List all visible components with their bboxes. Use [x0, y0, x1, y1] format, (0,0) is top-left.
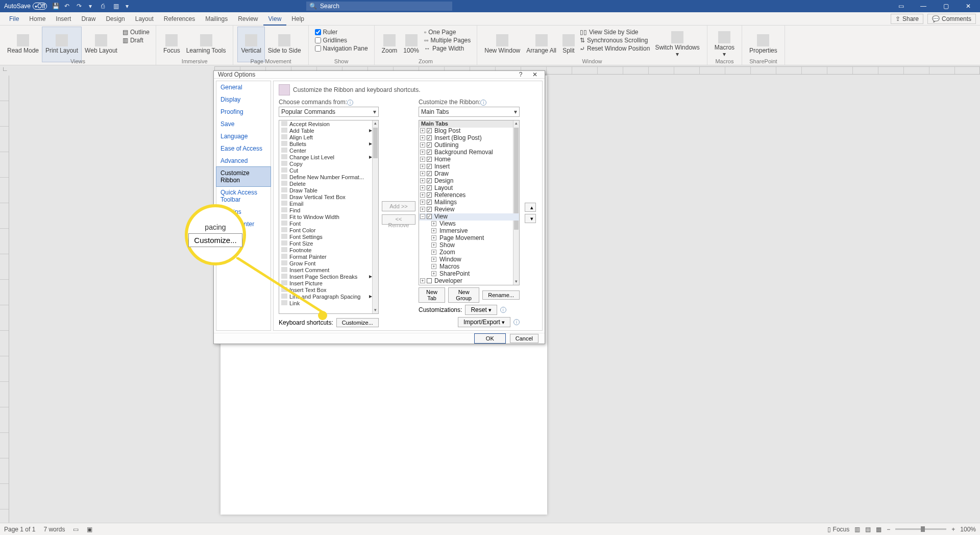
ok-button[interactable]: OK	[474, 333, 506, 344]
category-customize-ribbon[interactable]: Customize Ribbon	[216, 166, 271, 187]
callout-customize-button[interactable]: Customize...	[188, 233, 242, 247]
tab-references[interactable]: References	[159, 12, 200, 26]
category-ease-of-access[interactable]: Ease of Access	[216, 142, 271, 155]
tree-node[interactable]: +✓Outlining	[419, 142, 519, 149]
info-icon[interactable]: i	[513, 319, 520, 325]
tree-subnode[interactable]: +Window	[419, 256, 519, 263]
tab-mailings[interactable]: Mailings	[200, 12, 233, 26]
vertical-button[interactable]: Vertical	[237, 27, 264, 62]
command-item[interactable]: Draw Table	[279, 187, 378, 193]
zoom-out-icon[interactable]: −	[887, 526, 890, 533]
close-icon[interactable]: ✕	[529, 71, 541, 78]
tree-node[interactable]: +✓Insert	[419, 163, 519, 171]
command-item[interactable]: Center	[279, 147, 378, 154]
tree-node[interactable]: +✓Mailings	[419, 199, 519, 206]
tree-subnode[interactable]: +Immersive	[419, 228, 519, 235]
arrange-all-button[interactable]: Arrange All	[523, 27, 559, 62]
category-display[interactable]: Display	[216, 93, 271, 106]
side-to-side-button[interactable]: Side to Side	[265, 27, 304, 62]
command-item[interactable]: Copy	[279, 160, 378, 167]
search-box[interactable]: 🔍 Search	[306, 2, 452, 11]
view-read-icon[interactable]: ▥	[854, 526, 860, 533]
qat-more-icon[interactable]: ▾	[126, 3, 133, 10]
help-icon[interactable]: ?	[515, 71, 526, 78]
tree-node[interactable]: +Developer	[419, 278, 519, 285]
tree-subnode[interactable]: +Show	[419, 242, 519, 249]
tree-node[interactable]: +✓Draw	[419, 171, 519, 178]
new-tab-button[interactable]: New Tab	[419, 287, 445, 303]
command-item[interactable]: Add Table▸	[279, 127, 378, 134]
tree-node[interactable]: +✓Insert (Blog Post)	[419, 135, 519, 142]
tree-subnode[interactable]: +Views	[419, 221, 519, 228]
print-layout-button[interactable]: Print Layout	[42, 27, 82, 62]
ribbon-display-icon[interactable]: ▭	[893, 3, 909, 10]
tree-node[interactable]: +✓Review	[419, 206, 519, 213]
tab-help[interactable]: Help	[286, 12, 309, 26]
qat-icon[interactable]: ⎙	[101, 3, 108, 10]
page-indicator[interactable]: Page 1 of 1	[4, 526, 35, 533]
category-save[interactable]: Save	[216, 118, 271, 130]
navigation-pane-checkbox[interactable]: Navigation Pane	[315, 45, 368, 52]
command-item[interactable]: Fit to Window Width	[279, 213, 378, 220]
read-mode-button[interactable]: Read Mode	[4, 27, 42, 62]
command-item[interactable]: Change List Level▸	[279, 154, 378, 160]
qat-icon[interactable]: ▥	[113, 3, 120, 10]
zoom-button[interactable]: Zoom	[379, 27, 401, 62]
command-item[interactable]: Font	[279, 220, 378, 227]
category-proofing[interactable]: Proofing	[216, 106, 271, 118]
autosave-toggle[interactable]: AutoSave ● Off	[4, 3, 47, 10]
ruler-checkbox[interactable]: Ruler	[315, 29, 368, 36]
tree-node[interactable]: +✓Home	[419, 156, 519, 163]
vertical-ruler[interactable]	[0, 76, 9, 523]
redo-icon[interactable]: ↷	[77, 3, 84, 10]
command-item[interactable]: Accept Revision	[279, 120, 378, 127]
comments-button[interactable]: 💬Comments	[927, 14, 976, 24]
customize-ribbon-combo[interactable]: Main Tabs▾	[419, 107, 520, 117]
category-language[interactable]: Language	[216, 130, 271, 142]
macros-button[interactable]: Macros▾	[712, 27, 738, 62]
view-web-icon[interactable]: ▦	[876, 526, 881, 533]
move-down-button[interactable]: ▾	[525, 214, 536, 223]
tab-review[interactable]: Review	[233, 12, 263, 26]
tree-node[interactable]: +✓Blog Post	[419, 128, 519, 135]
split-button[interactable]: Split	[559, 27, 578, 62]
customize-keyboard-button[interactable]: Customize...	[336, 318, 379, 327]
scroll-up-icon[interactable]: ▴	[513, 120, 519, 127]
draft-button[interactable]: ▥Draft	[122, 37, 150, 44]
tree-subnode[interactable]: +Zoom	[419, 249, 519, 256]
focus-mode-button[interactable]: ▯ Focus	[827, 526, 849, 533]
command-item[interactable]: Font Color	[279, 227, 378, 233]
tree-node[interactable]: +✓Background Removal	[419, 149, 519, 156]
new-group-button[interactable]: New Group	[448, 287, 479, 303]
category-quick-access-toolbar[interactable]: Quick Access Toolbar	[216, 186, 271, 206]
focus-button[interactable]: Focus	[160, 27, 183, 62]
tab-selector-icon[interactable]: ∟	[2, 65, 8, 72]
ribbon-tree[interactable]: Main Tabs ▴▾ +✓Blog Post+✓Insert (Blog P…	[419, 120, 520, 285]
tree-node[interactable]: +✓Layout	[419, 185, 519, 192]
command-item[interactable]: Define New Number Format...	[279, 174, 378, 180]
maximize-icon[interactable]: ▢	[938, 3, 953, 10]
command-item[interactable]: Find	[279, 207, 378, 213]
command-item[interactable]: Cut	[279, 167, 378, 174]
tab-file[interactable]: File	[4, 12, 24, 26]
multiple-pages-button[interactable]: ▫▫Multiple Pages	[424, 37, 471, 44]
tab-home[interactable]: Home	[24, 12, 51, 26]
command-item[interactable]: Draw Vertical Text Box	[279, 193, 378, 200]
one-page-button[interactable]: ▫One Page	[424, 29, 471, 36]
rename-button[interactable]: Rename...	[482, 290, 520, 300]
reset-button[interactable]: Reset ▾	[465, 305, 497, 315]
properties-button[interactable]: Properties	[746, 27, 780, 62]
share-button[interactable]: ⇪Share	[891, 14, 923, 24]
tree-subnode[interactable]: +Macros	[419, 263, 519, 271]
import-export-button[interactable]: Import/Export ▾	[458, 317, 510, 327]
tree-node[interactable]: −✓View	[419, 213, 519, 221]
page-width-button[interactable]: ↔Page Width	[424, 45, 471, 52]
category-general[interactable]: General	[216, 81, 271, 93]
outline-button[interactable]: ▤Outline	[122, 29, 150, 36]
zoom-slider[interactable]	[895, 528, 946, 530]
command-item[interactable]: Font Size	[279, 240, 378, 247]
info-icon[interactable]: i	[480, 100, 486, 106]
minimize-icon[interactable]: —	[916, 3, 931, 10]
zoom-level[interactable]: 100%	[960, 526, 976, 533]
scroll-down-icon[interactable]: ▾	[373, 307, 378, 313]
